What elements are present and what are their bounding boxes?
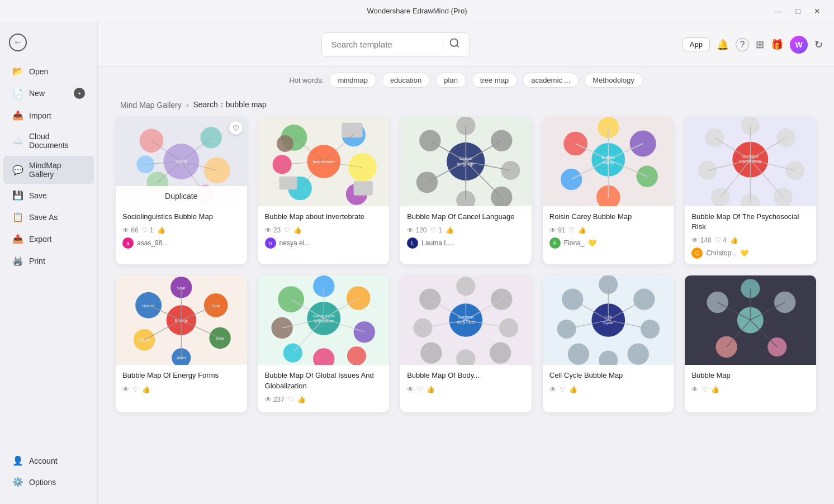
author-avatar-2: n <box>265 237 276 249</box>
views-10: 👁 <box>691 386 698 393</box>
gallery-card-2[interactable]: Invertebrate Bubble Map about Invertebra… <box>258 117 390 264</box>
new-badge[interactable]: + <box>74 88 85 99</box>
views-3: 👁 120 <box>407 226 427 234</box>
hot-tag-academic[interactable]: academic ... <box>523 73 579 88</box>
sidebar-item-account[interactable]: 👤 Account <box>3 450 94 471</box>
export-icon: 📤 <box>12 234 23 244</box>
hot-tag-education[interactable]: education <box>382 73 430 88</box>
svg-point-67 <box>777 128 796 147</box>
refresh-button[interactable]: ↻ <box>814 39 823 51</box>
card-meta-9: 👁 ♡ 👍 <box>549 386 667 393</box>
card-info-2: Bubble Map about Invertebrate 👁 23 ♡ 👍 n… <box>258 206 390 254</box>
duplicate-button-1[interactable]: Duplicate <box>116 186 247 206</box>
favorite-button-1[interactable]: ♡ <box>229 121 243 135</box>
gallery-card-3[interactable]: Cancel language Bubble Map Of Cancel Lan… <box>400 117 532 264</box>
author-name-2: nesya el... <box>279 239 310 247</box>
sidebar-item-cloud[interactable]: ☁️ Cloud Documents <box>3 127 94 155</box>
svg-text:Le Risque: Le Risque <box>742 154 759 159</box>
search-input[interactable] <box>331 40 437 49</box>
card-thumb-9: Cell Cycle <box>543 275 674 365</box>
card-meta-5: 👁 148 ♡ 4 👍 <box>691 236 809 244</box>
gallery-card-4[interactable]: Bubble Carey Roisin Carey Bubble Map 👁 9… <box>543 117 674 264</box>
hot-tag-mindmap[interactable]: mindmap <box>329 73 376 88</box>
topbar-right: App 🔔 ? ⊞ 🎁 W ↻ <box>683 36 823 54</box>
svg-point-156 <box>716 336 737 358</box>
gallery-card-8[interactable]: Functions Body Parts Bubble Map Of Body.… <box>400 275 532 412</box>
sidebar-item-import[interactable]: 📥 Import <box>3 105 94 126</box>
svg-point-142 <box>599 351 618 365</box>
views-6: 👁 <box>122 386 129 393</box>
gift-icon[interactable]: 🎁 <box>771 39 783 51</box>
options-icon: ⚙️ <box>12 477 23 487</box>
thumbup-1: 👍 <box>157 226 165 234</box>
bubble-map-4: Bubble Carey <box>543 117 674 206</box>
hot-tag-methodology[interactable]: Methodology <box>584 73 642 88</box>
likes-10: ♡ <box>702 386 708 393</box>
hot-tag-plan[interactable]: plan <box>435 73 466 88</box>
breadcrumb-gallery-link[interactable]: Mind Map Gallery <box>120 101 182 110</box>
svg-point-65 <box>705 128 724 147</box>
card-thumb-3: Cancel language <box>400 117 532 206</box>
sidebar-item-save[interactable]: 💾 Save <box>3 185 94 206</box>
likes-9: ♡ <box>560 386 566 393</box>
hot-tag-treemap[interactable]: tree map <box>472 73 517 88</box>
svg-rect-25 <box>353 181 372 196</box>
gallery-content: Mind Map Gallery › Search：bubble map <box>98 93 834 504</box>
svg-point-121 <box>419 289 440 310</box>
grid-icon[interactable]: ⊞ <box>756 39 764 51</box>
sidebar-item-options[interactable]: ⚙️ Options <box>3 472 94 492</box>
gallery-card-5[interactable]: Le Risque Psycho Social Bubble Map Of Th… <box>685 117 816 264</box>
sidebar-label-saveas: Save As <box>29 213 58 222</box>
author-name-3: Lauma L... <box>421 239 453 247</box>
sidebar-item-new[interactable]: 📄 New + <box>3 83 94 104</box>
sidebar-item-mindmap[interactable]: 💬 MindMap Gallery <box>3 156 94 184</box>
sidebar-label-save: Save <box>29 191 47 200</box>
sidebar-item-open[interactable]: 📂 Open <box>3 61 94 82</box>
search-button[interactable] <box>449 37 460 51</box>
svg-point-108 <box>347 346 366 365</box>
svg-point-22 <box>277 135 293 152</box>
back-button[interactable]: ← <box>0 29 97 56</box>
thumbup-8: 👍 <box>427 386 435 393</box>
bubble-map-3: Cancel language <box>400 117 532 206</box>
bubble-map-5: Le Risque Psycho Social <box>685 117 816 206</box>
sidebar-label-new: New <box>29 89 45 98</box>
gallery-card-6[interactable]: Energy Nuclear Solar Heat Wind Water Ele… <box>116 275 247 412</box>
bubble-map-9: Cell Cycle <box>543 275 674 365</box>
svg-rect-24 <box>279 177 297 189</box>
sidebar-label-options: Options <box>29 478 56 487</box>
sidebar-item-saveas[interactable]: 📋 Save As <box>3 207 94 227</box>
gallery-card-1[interactable]: Socio ♡ Duplicate Sociolinguistics Bubbl… <box>116 117 247 264</box>
search-bar <box>321 32 470 57</box>
likes-4: ♡ <box>568 226 575 234</box>
card-info-3: Bubble Map Of Cancel Language 👁 120 ♡ 1 … <box>400 206 532 254</box>
card-author-5: C Christop... 💛 <box>691 248 809 259</box>
card-meta-7: 👁 237 ♡ 👍 <box>265 396 383 403</box>
user-avatar[interactable]: W <box>790 36 808 54</box>
help-icon[interactable]: ? <box>736 38 749 51</box>
card-thumb-7: Global Issues Globalization <box>258 275 390 365</box>
gallery-card-9[interactable]: Cell Cycle Cell Cycle Bubble Map 👁 <box>543 275 674 412</box>
app-button[interactable]: App <box>683 37 710 51</box>
gallery-card-10[interactable]: Bubble Map 👁 ♡ 👍 <box>685 275 816 412</box>
maximize-button[interactable]: □ <box>792 6 805 17</box>
gallery-card-7[interactable]: Global Issues Globalization Bubble Map O… <box>258 275 390 412</box>
minimize-button[interactable]: — <box>770 6 787 17</box>
card-title-8: Bubble Map Of Body... <box>407 370 525 381</box>
card-title-7: Bubble Map Of Global Issues And Globaliz… <box>265 370 383 391</box>
sidebar-item-export[interactable]: 📤 Export <box>3 229 94 249</box>
svg-point-127 <box>420 343 442 364</box>
likes-2: ♡ <box>284 226 290 234</box>
import-icon: 📥 <box>12 110 23 121</box>
card-thumb-5: Le Risque Psycho Social <box>685 117 816 206</box>
bell-icon[interactable]: 🔔 <box>717 39 729 51</box>
card-meta-6: 👁 ♡ 👍 <box>122 386 240 393</box>
likes-8: ♡ <box>417 386 423 393</box>
close-button[interactable]: ✕ <box>809 6 825 17</box>
views-8: 👁 <box>407 386 414 393</box>
sidebar-item-print[interactable]: 🖨️ Print <box>3 250 94 271</box>
svg-text:Bubble: Bubble <box>601 155 614 160</box>
search-container <box>109 32 683 57</box>
likes-6: ♡ <box>132 386 139 393</box>
svg-text:Psycho Social: Psycho Social <box>740 159 762 164</box>
